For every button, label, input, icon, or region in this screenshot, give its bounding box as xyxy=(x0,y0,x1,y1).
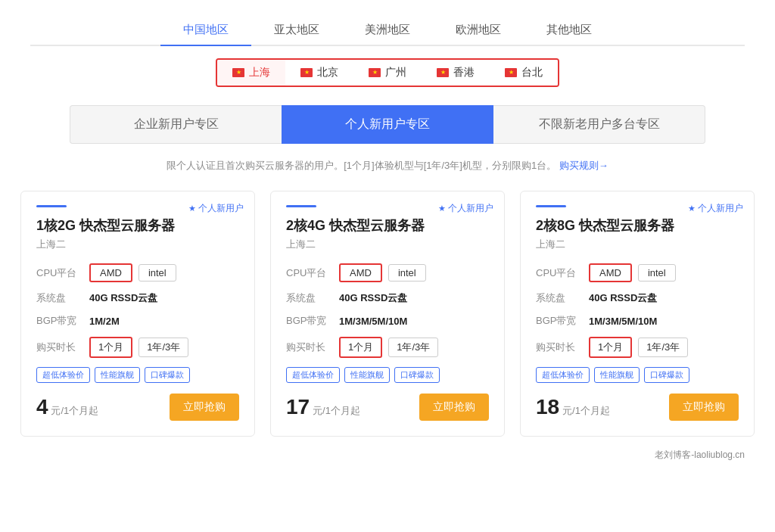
card-tags-3: 超低体验价 性能旗舰 口碑爆款 xyxy=(536,367,739,383)
card-tags-2: 超低体验价 性能旗舰 口碑爆款 xyxy=(286,367,489,383)
spec-label-dur-2: 购买时长 xyxy=(286,341,339,354)
card-location-1: 上海二 xyxy=(36,238,239,251)
spec-duration-1: 购买时长 1个月 1年/3年 xyxy=(36,337,239,358)
tab-personal[interactable]: 个人新用户专区 xyxy=(282,105,493,144)
card-badge-3: 个人新用户 xyxy=(688,202,743,215)
spec-label-bw-3: BGP带宽 xyxy=(536,314,589,328)
card-top-bar-3 xyxy=(536,205,566,207)
bw-value-1: 1M/2M xyxy=(89,316,120,327)
card-top-bar-2 xyxy=(286,205,316,207)
cpu-options-3: AMD intel xyxy=(589,263,676,282)
spec-bandwidth-2: BGP带宽 1M/3M/5M/10M xyxy=(286,314,489,328)
buy-button-3[interactable]: 立即抢购 xyxy=(669,394,739,421)
spec-disk-2: 系统盘 40G RSSD云盘 xyxy=(286,291,489,305)
dur-year-1[interactable]: 1年/3年 xyxy=(139,338,188,357)
price-main-2: 17 xyxy=(286,395,310,418)
spec-disk-3: 系统盘 40G RSSD云盘 xyxy=(536,291,739,305)
bw-value-2: 1M/3M/5M/10M xyxy=(339,316,407,327)
region-tab-europe[interactable]: 欧洲地区 xyxy=(433,15,524,46)
flag-cn-icon: ★ xyxy=(437,68,449,77)
spec-bandwidth-1: BGP带宽 1M/2M xyxy=(36,314,239,328)
flag-cn-icon: ★ xyxy=(232,68,244,77)
card-location-2: 上海二 xyxy=(286,238,489,251)
price-main-1: 4 xyxy=(36,395,48,418)
price-row-2: 17 元/1个月起 立即抢购 xyxy=(286,394,489,421)
spec-duration-2: 购买时长 1个月 1年/3年 xyxy=(286,337,489,358)
region-tabs: 中国地区 亚太地区 美洲地区 欧洲地区 其他地区 xyxy=(30,15,745,46)
bw-value-3: 1M/3M/5M/10M xyxy=(589,316,657,327)
sub-region-guangzhou[interactable]: ★ 广州 xyxy=(353,60,422,86)
price-display-3: 18 元/1个月起 xyxy=(536,395,610,419)
price-unit-2: 元/1个月起 xyxy=(313,405,360,416)
sub-region-selector: ★ 上海 ★ 北京 ★ 广州 ★ 香港 ★ 台北 xyxy=(216,58,559,87)
tag-experience-2: 超低体验价 xyxy=(286,367,340,383)
product-card-1: 个人新用户 1核2G 快杰型云服务器 上海二 CPU平台 AMD intel 系… xyxy=(20,191,255,437)
disk-value-3: 40G RSSD云盘 xyxy=(589,291,657,305)
card-title-2: 2核4G 快杰型云服务器 xyxy=(286,216,489,235)
watermark: 老刘博客-laoliublog.cn xyxy=(30,449,745,462)
dur-1month-3[interactable]: 1个月 xyxy=(589,337,632,358)
duration-options-3: 1个月 1年/3年 xyxy=(589,337,688,358)
spec-label-cpu-3: CPU平台 xyxy=(536,266,589,280)
card-tags-1: 超低体验价 性能旗舰 口碑爆款 xyxy=(36,367,239,383)
sub-region-hongkong[interactable]: ★ 香港 xyxy=(422,60,490,86)
dur-1month-1[interactable]: 1个月 xyxy=(89,337,132,358)
spec-label-disk-2: 系统盘 xyxy=(286,291,339,305)
sub-region-shanghai[interactable]: ★ 上海 xyxy=(217,60,285,86)
spec-cpu-3: CPU平台 AMD intel xyxy=(536,263,739,282)
spec-label-disk-3: 系统盘 xyxy=(536,291,589,305)
card-top-bar xyxy=(36,205,67,207)
dur-year-3[interactable]: 1年/3年 xyxy=(638,338,688,357)
spec-label-dur-1: 购买时长 xyxy=(36,341,89,354)
cpu-intel-3[interactable]: intel xyxy=(638,264,676,282)
tag-popular-2: 口碑爆款 xyxy=(394,367,440,383)
spec-duration-3: 购买时长 1个月 1年/3年 xyxy=(536,337,739,358)
duration-options-1: 1个月 1年/3年 xyxy=(89,337,188,358)
tag-experience-3: 超低体验价 xyxy=(536,367,590,383)
spec-label-cpu-1: CPU平台 xyxy=(36,266,89,280)
card-title-1: 1核2G 快杰型云服务器 xyxy=(36,216,239,235)
sub-region-beijing[interactable]: ★ 北京 xyxy=(285,60,353,86)
sub-region-taipei[interactable]: ★ 台北 xyxy=(490,60,558,86)
price-unit-1: 元/1个月起 xyxy=(51,405,98,416)
dur-year-2[interactable]: 1年/3年 xyxy=(388,338,438,357)
tag-experience-1: 超低体验价 xyxy=(36,367,90,383)
price-unit-3: 元/1个月起 xyxy=(562,405,610,416)
region-tab-china[interactable]: 中国地区 xyxy=(160,15,251,46)
disk-value-1: 40G RSSD云盘 xyxy=(89,291,157,305)
card-badge-2: 个人新用户 xyxy=(438,202,493,215)
region-tab-other[interactable]: 其他地区 xyxy=(524,15,615,46)
cpu-intel-1[interactable]: intel xyxy=(139,264,176,282)
region-tab-america[interactable]: 美洲地区 xyxy=(342,15,433,46)
dur-1month-2[interactable]: 1个月 xyxy=(339,337,382,358)
region-tab-asia[interactable]: 亚太地区 xyxy=(251,15,342,46)
disk-value-2: 40G RSSD云盘 xyxy=(339,291,407,305)
spec-cpu-1: CPU平台 AMD intel xyxy=(36,263,239,282)
price-display-2: 17 元/1个月起 xyxy=(286,395,360,419)
flag-cn-icon: ★ xyxy=(505,68,517,77)
cpu-options-2: AMD intel xyxy=(339,263,426,282)
tab-unlimited[interactable]: 不限新老用户多台专区 xyxy=(493,105,705,144)
duration-options-2: 1个月 1年/3年 xyxy=(339,337,438,358)
cpu-amd-2[interactable]: AMD xyxy=(339,263,382,282)
card-badge-1: 个人新用户 xyxy=(188,202,244,215)
tag-popular-3: 口碑爆款 xyxy=(644,367,689,383)
card-location-3: 上海二 xyxy=(536,238,739,251)
flag-cn-icon: ★ xyxy=(369,68,381,77)
cpu-amd-1[interactable]: AMD xyxy=(89,263,132,282)
spec-cpu-2: CPU平台 AMD intel xyxy=(286,263,489,282)
buy-button-2[interactable]: 立即抢购 xyxy=(419,394,489,421)
tag-flagship-3: 性能旗舰 xyxy=(594,367,640,383)
buy-button-1[interactable]: 立即抢购 xyxy=(170,394,239,421)
notice-link[interactable]: 购买规则→ xyxy=(559,160,608,171)
spec-label-bw-2: BGP带宽 xyxy=(286,314,339,328)
cards-container: 个人新用户 1核2G 快杰型云服务器 上海二 CPU平台 AMD intel 系… xyxy=(30,191,745,437)
cpu-intel-2[interactable]: intel xyxy=(388,264,426,282)
page-wrapper: 中国地区 亚太地区 美洲地区 欧洲地区 其他地区 ★ 上海 ★ 北京 ★ 广州 … xyxy=(0,0,775,532)
price-display-1: 4 元/1个月起 xyxy=(36,395,98,419)
cpu-amd-3[interactable]: AMD xyxy=(589,263,632,282)
tab-enterprise[interactable]: 企业新用户专区 xyxy=(70,105,282,144)
product-card-2: 个人新用户 2核4G 快杰型云服务器 上海二 CPU平台 AMD intel 系… xyxy=(270,191,505,437)
card-title-3: 2核8G 快杰型云服务器 xyxy=(536,216,739,235)
spec-label-cpu-2: CPU平台 xyxy=(286,266,339,280)
